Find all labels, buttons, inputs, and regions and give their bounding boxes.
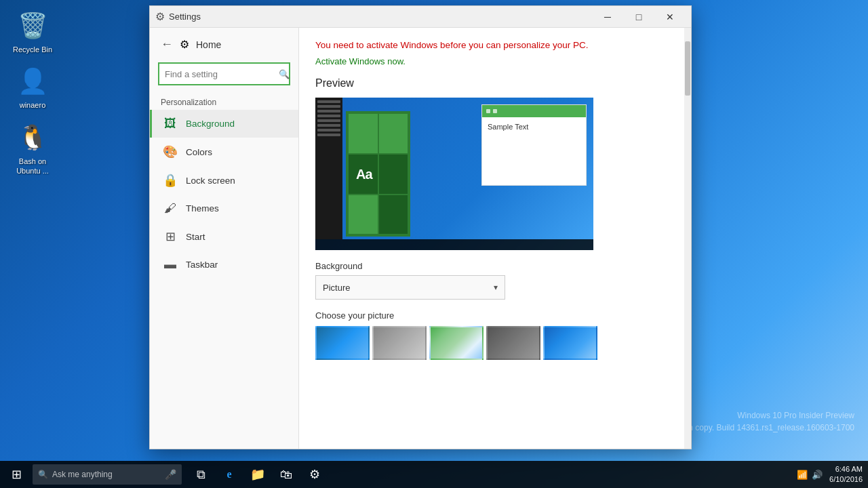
background-dropdown[interactable]: Picture ▾ <box>315 275 505 300</box>
background-dropdown-value: Picture <box>323 283 350 293</box>
taskbar-search-label: Ask me anything <box>52 470 113 479</box>
store-icon: 🛍 <box>280 468 292 482</box>
taskbar-nav-label: Taskbar <box>186 260 218 270</box>
store-button[interactable]: 🛍 <box>273 461 300 488</box>
activate-windows-link[interactable]: Activate Windows now. <box>315 56 406 66</box>
lock-screen-nav-label: Lock screen <box>186 176 235 186</box>
preview-tile <box>349 195 378 235</box>
file-explorer-button[interactable]: 📁 <box>244 461 271 488</box>
sidebar-item-start[interactable]: ⊞ Start <box>150 222 298 251</box>
title-bar: ⚙ Settings ─ □ ✕ <box>150 6 691 28</box>
dropdown-arrow-icon: ▾ <box>494 283 498 292</box>
recycle-bin-label: Recycle Bin <box>13 45 52 54</box>
window-content: ← ⚙ Home 🔍 Personalization 🖼 Background … <box>150 28 691 449</box>
settings-taskbar-icon: ⚙ <box>309 467 320 482</box>
picture-thumbnail-2[interactable] <box>372 326 427 360</box>
settings-taskbar-button[interactable]: ⚙ <box>301 461 328 488</box>
picture-thumbnail-4[interactable] <box>486 326 540 360</box>
settings-search-box[interactable]: 🔍 <box>158 62 290 85</box>
preview-tile <box>379 195 408 235</box>
preview-window-dot <box>486 109 490 113</box>
sidebar-item-taskbar[interactable]: ▬ Taskbar <box>150 251 298 279</box>
winaero-image: 👤 <box>16 65 49 98</box>
start-button[interactable]: ⊞ <box>0 461 33 488</box>
desktop-preview: Aa Sample Text <box>315 98 593 250</box>
recycle-bin-icon[interactable]: 🗑️ Recycle Bin <box>5 7 60 57</box>
scrollbar-thumb[interactable] <box>685 41 690 96</box>
personalization-section-label: Personalization <box>150 92 298 110</box>
preview-tile <box>379 114 408 153</box>
preview-sidebar-line <box>317 134 340 136</box>
background-nav-label: Background <box>186 119 235 129</box>
clock-date: 6/10/2016 <box>829 474 863 485</box>
settings-window-icon: ⚙ <box>155 10 165 23</box>
network-icon: 📶 <box>797 470 808 480</box>
preview-sidebar-line <box>317 124 340 127</box>
task-view-button[interactable]: ⧉ <box>187 461 214 488</box>
taskbar-pinned-icons: ⧉ e 📁 🛍 ⚙ <box>187 461 328 488</box>
preview-tile <box>349 114 378 153</box>
desktop-icons-area: 🗑️ Recycle Bin 👤 winaero 🐧 Bash on Ubunt… <box>0 0 65 185</box>
main-content-area: You need to activate Windows before you … <box>299 28 684 449</box>
sidebar-home-button[interactable]: ← ⚙ Home <box>150 28 298 58</box>
sidebar-item-lock-screen[interactable]: 🔒 Lock screen <box>150 166 298 195</box>
bash-ubuntu-label: Bash on Ubuntu ... <box>8 157 57 176</box>
taskbar: ⊞ 🔍 Ask me anything 🎤 ⧉ e 📁 🛍 ⚙ 📶 🔊 6:46… <box>0 461 868 488</box>
background-nav-icon: 🖼 <box>163 117 178 131</box>
scrollbar[interactable] <box>684 28 691 449</box>
preview-sidebar-line <box>317 105 340 108</box>
colors-nav-label: Colors <box>186 147 212 157</box>
maximize-button[interactable]: □ <box>623 6 654 28</box>
preview-window-titlebar <box>482 105 586 117</box>
system-clock[interactable]: 6:46 AM 6/10/2016 <box>829 464 863 485</box>
taskbar-nav-icon: ▬ <box>163 258 178 272</box>
start-icon: ⊞ <box>12 467 22 482</box>
picture-thumbnail-5[interactable] <box>543 326 597 360</box>
themes-nav-label: Themes <box>186 203 219 214</box>
clock-time: 6:46 AM <box>829 464 863 474</box>
preview-section-title: Preview <box>315 77 668 89</box>
taskbar-search-icon: 🔍 <box>38 470 48 479</box>
close-button[interactable]: ✕ <box>654 6 686 28</box>
settings-window: ⚙ Settings ─ □ ✕ ← ⚙ Home 🔍 Personalizat… <box>149 5 692 449</box>
minimize-button[interactable]: ─ <box>592 6 623 28</box>
preview-sidebar-line <box>317 110 340 113</box>
winaero-label: winaero <box>20 100 46 110</box>
preview-tile <box>379 155 408 194</box>
taskbar-search[interactable]: 🔍 Ask me anything 🎤 <box>33 464 182 485</box>
preview-aa-text: Aa <box>356 166 372 182</box>
sidebar-item-background[interactable]: 🖼 Background <box>150 110 298 138</box>
system-tray-icons: 📶 🔊 <box>793 470 827 480</box>
window-controls: ─ □ ✕ <box>592 6 686 28</box>
edge-icon: e <box>226 468 231 481</box>
bash-ubuntu-image: 🐧 <box>16 121 49 154</box>
lock-screen-nav-icon: 🔒 <box>163 173 178 188</box>
start-nav-label: Start <box>186 232 205 242</box>
pictures-row <box>315 326 668 360</box>
preview-window-body: Sample Text <box>482 117 586 136</box>
winaero-icon[interactable]: 👤 winaero <box>5 62 60 113</box>
edge-button[interactable]: e <box>216 461 243 488</box>
bash-ubuntu-icon[interactable]: 🐧 Bash on Ubuntu ... <box>5 119 60 179</box>
preview-sample-text: Sample Text <box>488 123 528 131</box>
taskbar-system-tray: 📶 🔊 6:46 AM 6/10/2016 <box>793 464 868 485</box>
preview-taskbar <box>315 239 593 250</box>
background-field-label: Background <box>315 261 668 271</box>
home-label: Home <box>196 39 221 50</box>
settings-sidebar: ← ⚙ Home 🔍 Personalization 🖼 Background … <box>150 28 299 449</box>
settings-search-input[interactable] <box>165 69 279 79</box>
preview-sample-window: Sample Text <box>481 104 587 186</box>
preview-window-dot <box>493 109 497 113</box>
themes-nav-icon: 🖌 <box>163 201 178 216</box>
taskbar-mic-icon: 🎤 <box>165 469 176 480</box>
picture-thumbnail-1[interactable] <box>315 326 370 360</box>
sidebar-item-themes[interactable]: 🖌 Themes <box>150 195 298 222</box>
activation-warning: You need to activate Windows before you … <box>315 39 668 52</box>
preview-sidebar-line <box>317 119 340 122</box>
preview-sidebar-line <box>317 100 340 103</box>
picture-thumbnail-3[interactable] <box>429 326 484 360</box>
sidebar-item-colors[interactable]: 🎨 Colors <box>150 138 298 166</box>
volume-icon: 🔊 <box>812 470 823 480</box>
home-icon: ⚙ <box>180 38 189 51</box>
preview-tile-row <box>349 114 408 153</box>
